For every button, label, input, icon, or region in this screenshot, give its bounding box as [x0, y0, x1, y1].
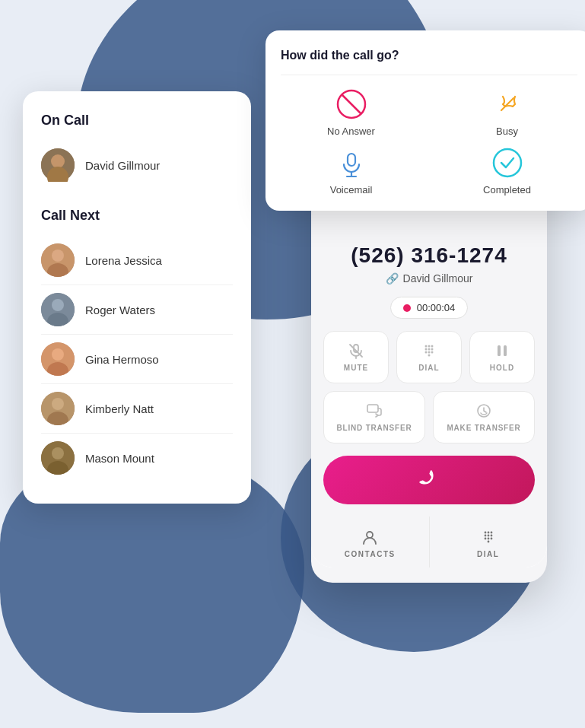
option-completed[interactable]: Completed: [437, 146, 577, 196]
svg-point-36: [428, 351, 431, 354]
blind-transfer-icon: [366, 402, 383, 419]
nav-contacts[interactable]: CONTACTS: [311, 517, 429, 567]
svg-point-44: [484, 532, 486, 534]
contact-kimberly[interactable]: Kimberly Natt: [41, 384, 233, 434]
svg-point-14: [52, 398, 64, 410]
svg-point-17: [52, 447, 64, 459]
svg-point-53: [487, 541, 489, 543]
contact-mason[interactable]: Mason Mount: [41, 434, 233, 482]
transfer-row: BLIND TRANSFER MAKE TRANSFER: [323, 391, 535, 443]
record-indicator: [403, 304, 411, 312]
contacts-label: CONTACTS: [345, 550, 396, 558]
svg-line-20: [342, 95, 361, 113]
svg-point-47: [484, 535, 486, 537]
hold-button[interactable]: HOLD: [469, 331, 535, 383]
on-call-contact-name: David Gillmour: [85, 159, 160, 172]
svg-point-48: [487, 535, 489, 537]
popup-title: How did the call go?: [281, 49, 577, 62]
svg-point-50: [484, 538, 486, 540]
completed-icon: [491, 146, 524, 180]
phone-number: (526) 316-1274: [326, 243, 532, 268]
svg-point-45: [487, 532, 489, 534]
svg-point-8: [52, 299, 64, 311]
timer-badge: 00:00:04: [390, 297, 469, 319]
avatar-mason: [41, 441, 75, 475]
svg-point-35: [425, 351, 428, 354]
call-next-title: Call Next: [41, 208, 233, 224]
no-answer-label: No Answer: [327, 126, 375, 137]
on-call-contact[interactable]: David Gillmour: [41, 141, 233, 189]
svg-point-30: [428, 345, 431, 348]
nav-dial[interactable]: DIAL: [430, 517, 548, 567]
svg-point-43: [367, 532, 373, 538]
svg-rect-41: [367, 405, 378, 412]
bottom-nav: CONTACTS DIAL: [311, 517, 547, 567]
controls-row-1: MUTE DI: [323, 331, 535, 383]
svg-point-5: [52, 250, 64, 262]
mute-label: MUTE: [344, 364, 368, 372]
svg-point-32: [425, 348, 428, 351]
svg-point-3: [41, 148, 75, 182]
make-transfer-icon: [475, 402, 492, 419]
left-panel: On Call David Gillmour Call Next Lorena …: [23, 91, 251, 504]
option-busy[interactable]: Busy: [437, 87, 577, 137]
svg-rect-22: [348, 154, 355, 166]
svg-point-29: [425, 345, 428, 348]
busy-icon: [491, 87, 524, 121]
svg-point-33: [428, 348, 431, 351]
avatar-david: [41, 148, 75, 182]
hold-label: HOLD: [490, 364, 514, 372]
avatar-kimberly: [41, 392, 75, 425]
contact-kimberly-name: Kimberly Natt: [85, 402, 154, 415]
svg-point-51: [487, 538, 489, 540]
call-result-popup: How did the call go? No Answer: [265, 30, 585, 211]
contact-mason-name: Mason Mount: [85, 452, 154, 465]
completed-label: Completed: [483, 184, 531, 196]
svg-point-34: [431, 348, 434, 351]
contact-gina[interactable]: Gina Hermoso: [41, 335, 233, 384]
make-transfer-button[interactable]: MAKE TRANSFER: [433, 391, 535, 443]
external-link-icon: 🔗: [386, 272, 399, 285]
hold-icon: [494, 342, 510, 359]
avatar-gina: [41, 342, 75, 376]
mute-icon: [348, 342, 364, 359]
voicemail-label: Voicemail: [330, 184, 373, 196]
timer-display: 00:00:04: [417, 302, 456, 313]
dial-icon: [421, 342, 437, 359]
voicemail-icon: [335, 146, 368, 180]
avatar-lorena: [41, 243, 75, 277]
call-next-section: Call Next Lorena Jessica Roger Waters Gi…: [41, 208, 233, 482]
hangup-button[interactable]: [323, 456, 535, 504]
timer-row: 00:00:04: [326, 297, 532, 319]
no-answer-icon: [335, 87, 368, 121]
svg-rect-40: [504, 345, 507, 356]
on-call-section: On Call David Gillmour: [41, 113, 233, 189]
svg-point-11: [52, 348, 64, 361]
contact-gina-name: Gina Hermoso: [85, 353, 159, 366]
avatar-roger: [41, 293, 75, 326]
on-call-title: On Call: [41, 113, 233, 129]
caller-name: David Gillmour: [403, 272, 473, 285]
svg-rect-39: [498, 345, 501, 356]
svg-line-28: [350, 345, 362, 357]
blind-transfer-button[interactable]: BLIND TRANSFER: [323, 391, 425, 443]
svg-point-52: [490, 538, 492, 540]
svg-point-38: [428, 354, 431, 357]
popup-divider: [281, 75, 577, 75]
caller-name-row: 🔗 David Gillmour: [326, 272, 532, 285]
make-transfer-label: MAKE TRANSFER: [447, 424, 520, 432]
busy-label: Busy: [496, 126, 518, 137]
option-no-answer[interactable]: No Answer: [281, 87, 421, 137]
nav-dial-label: DIAL: [477, 550, 499, 558]
dial-label: DIAL: [418, 364, 439, 372]
svg-point-46: [490, 532, 492, 534]
hangup-icon: [414, 465, 444, 495]
option-voicemail[interactable]: Voicemail: [281, 146, 421, 196]
popup-options: No Answer Busy: [281, 87, 577, 196]
blind-transfer-label: BLIND TRANSFER: [337, 424, 412, 432]
mute-button[interactable]: MUTE: [323, 331, 389, 383]
contact-roger[interactable]: Roger Waters: [41, 285, 233, 335]
dial-button[interactable]: DIAL: [396, 331, 462, 383]
contact-lorena[interactable]: Lorena Jessica: [41, 236, 233, 285]
svg-point-25: [494, 149, 521, 176]
